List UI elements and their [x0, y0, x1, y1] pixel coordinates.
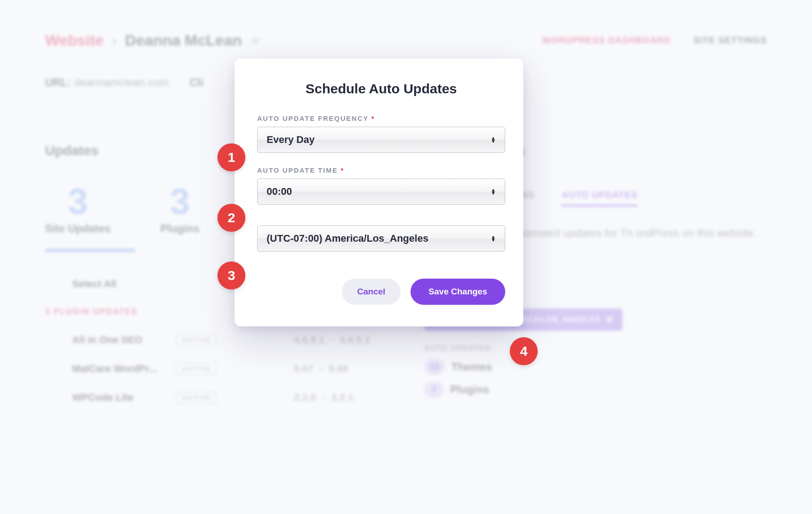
chevron-updown-icon: ▲▼	[491, 188, 496, 195]
plugins-counter[interactable]: 3 Plugins	[160, 181, 199, 235]
auto-updates-heading: AUTO UPDATES	[424, 344, 767, 353]
frequency-value: Every Day	[267, 134, 314, 146]
chevron-updown-icon: ▲▼	[491, 235, 496, 242]
plugins-count: 7 Plugins	[424, 381, 767, 398]
star-icon[interactable]: ★	[250, 33, 261, 48]
tab-auto-updates[interactable]: AUTO UPDATES	[562, 190, 637, 207]
chevron-right-icon: ›	[112, 32, 117, 49]
time-label: AUTO UPDATE TIME *	[257, 166, 505, 174]
breadcrumb: Website › Deanna McLean ★	[45, 32, 261, 49]
cancel-button[interactable]: Cancel	[342, 279, 401, 305]
timezone-select[interactable]: (UTC-07:00) America/Los_Angeles ▲▼	[257, 225, 505, 252]
time-select[interactable]: 00:00 ▲▼	[257, 179, 505, 205]
list-item[interactable]: WPCode Lite ACTIVE 2.2.0 → 2.2.1	[45, 383, 397, 412]
annotation-badge-3: 3	[217, 262, 245, 289]
time-value: 00:00	[267, 186, 292, 197]
tab-underline	[45, 248, 135, 252]
breadcrumb-root[interactable]: Website	[45, 32, 104, 49]
schedule-auto-updates-modal: Schedule Auto Updates AUTO UPDATE FREQUE…	[235, 59, 523, 326]
site-settings-link[interactable]: SITE SETTINGS	[693, 35, 767, 46]
modal-title: Schedule Auto Updates	[257, 81, 505, 96]
annotation-badge-2: 2	[217, 204, 245, 232]
site-updates-counter[interactable]: 3 Site Updates	[45, 181, 111, 235]
chevron-updown-icon: ▲▼	[491, 137, 496, 143]
frequency-label: AUTO UPDATE FREQUENCY *	[257, 115, 505, 122]
annotation-badge-1: 1	[217, 143, 245, 171]
wordpress-dashboard-link[interactable]: WORDPRESS DASHBOARD	[542, 35, 671, 46]
themes-count: 10 Themes	[424, 359, 767, 375]
breadcrumb-leaf: Deanna McLean	[125, 32, 242, 49]
timezone-value: (UTC-07:00) America/Los_Angeles	[267, 233, 429, 244]
list-item[interactable]: MalCare WordPr... ACTIVE 5.67 → 5.68	[45, 354, 397, 383]
save-changes-button[interactable]: Save Changes	[411, 279, 505, 305]
list-item[interactable]: All in One SEO ACTIVE 4.6.8.1 → 4.6.9.1	[45, 326, 397, 354]
gear-icon	[606, 315, 614, 325]
frequency-select[interactable]: Every Day ▲▼	[257, 127, 505, 153]
annotation-badge-4: 4	[510, 337, 538, 365]
